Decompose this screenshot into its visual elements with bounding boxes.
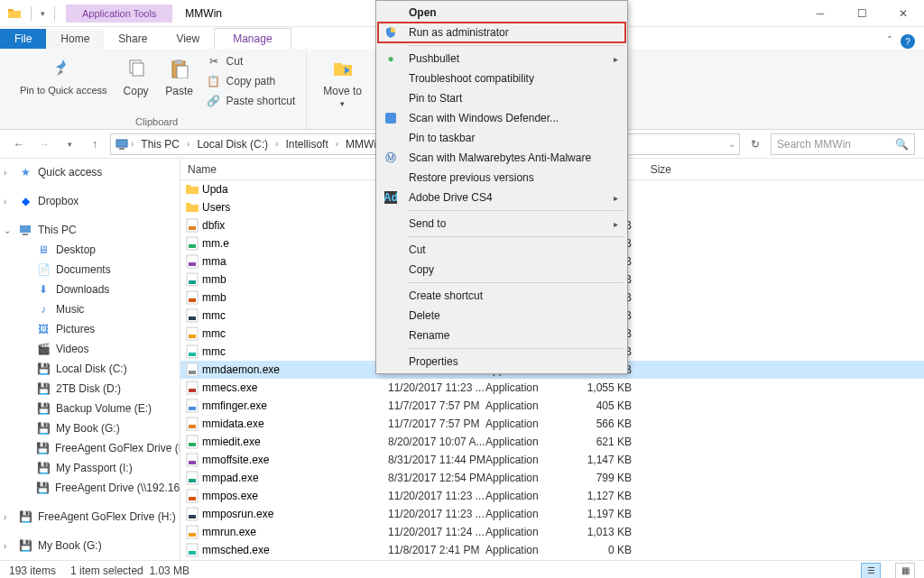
nav-2tb-d[interactable]: 💾2TB Disk (D:)	[0, 379, 180, 399]
file-row[interactable]: mmtool.exe11/20/2017 11:23 ...Applicatio…	[180, 559, 924, 560]
nav-freeagent-h[interactable]: 💾FreeAgent GoFlex Drive (H:)	[0, 438, 180, 458]
file-icon	[184, 344, 200, 359]
cm-troubleshoot[interactable]: Troubleshoot compatibility	[378, 69, 625, 88]
crumb-this-pc[interactable]: This PC	[135, 136, 185, 152]
nav-mybook-g2[interactable]: ›💾My Book (G:)	[0, 536, 180, 555]
cm-copy[interactable]: Copy	[378, 260, 625, 280]
nav-music[interactable]: ♪Music	[0, 299, 180, 319]
drive-icon: 💾	[36, 381, 51, 396]
col-name[interactable]: Name	[184, 163, 388, 176]
file-name: mmb	[200, 273, 388, 286]
details-view-button[interactable]: ☰	[861, 563, 881, 579]
nav-pictures[interactable]: 🖼Pictures	[0, 319, 180, 339]
nav-this-pc[interactable]: ⌄This PC	[0, 220, 180, 240]
nav-passport-i[interactable]: 💾My Passport (I:)	[0, 458, 180, 478]
file-row[interactable]: mmsched.exe11/8/2017 2:41 PMApplication0…	[180, 541, 924, 559]
home-tab[interactable]: Home	[46, 29, 104, 49]
file-row[interactable]: mmidata.exe11/7/2017 7:57 PMApplication5…	[180, 415, 924, 433]
nav-freeagent-z[interactable]: 💾FreeAgent Drive (\\192.168.1.1) (Z:)	[0, 478, 180, 498]
crumb-local-disk[interactable]: Local Disk (C:)	[191, 136, 273, 152]
application-tools-tab[interactable]: Application Tools	[66, 5, 172, 23]
pictures-icon: 🖼	[36, 322, 51, 336]
search-input[interactable]: Search MMWin 🔍	[771, 133, 915, 155]
svg-rect-17	[189, 262, 196, 266]
nav-freeagent-h2[interactable]: ›💾FreeAgent GoFlex Drive (H:)	[0, 507, 180, 527]
cm-defender[interactable]: Scan with Windows Defender...	[378, 108, 625, 128]
nav-quick-access[interactable]: ›★Quick access	[0, 162, 180, 182]
file-row[interactable]: mmecs.exe11/20/2017 11:23 ...Application…	[180, 379, 924, 397]
cm-restore[interactable]: Restore previous versions	[378, 168, 625, 188]
file-tab[interactable]: File	[0, 29, 46, 49]
paste-shortcut-button[interactable]: 🔗Paste shortcut	[203, 92, 300, 110]
manage-tab[interactable]: Manage	[214, 28, 291, 49]
adobe-icon: Ad	[382, 190, 400, 205]
paste-button[interactable]: Paste	[160, 52, 199, 99]
file-row[interactable]: mmoffsite.exe8/31/2017 11:44 PMApplicati…	[180, 451, 924, 469]
svg-rect-13	[189, 226, 196, 230]
file-name: mmc	[200, 327, 388, 340]
nav-documents[interactable]: 📄Documents	[0, 260, 180, 280]
ribbon-collapse-icon[interactable]: ˆ	[888, 35, 892, 48]
file-name: mmdaemon.exe	[200, 363, 388, 376]
selection-info: 1 item selected 1.03 MB	[70, 564, 189, 577]
cm-run-as-admin[interactable]: Run as administrator	[378, 23, 625, 42]
cm-adobe[interactable]: AdAdobe Drive CS4▸	[378, 188, 625, 207]
pushbullet-icon: ●	[382, 51, 400, 66]
file-row[interactable]: mmpos.exe11/20/2017 11:23 ...Application…	[180, 487, 924, 505]
file-icon	[184, 471, 200, 485]
breadcrumb-dropdown-icon[interactable]: ⌄	[728, 139, 735, 149]
nav-mybook-g[interactable]: 💾My Book (G:)	[0, 418, 180, 438]
cm-properties[interactable]: Properties	[378, 352, 625, 372]
cm-rename[interactable]: Rename	[378, 326, 625, 345]
cm-pin-taskbar[interactable]: Pin to taskbar	[378, 128, 625, 148]
cm-pin-start[interactable]: Pin to Start	[378, 88, 625, 108]
paste-icon	[165, 54, 194, 83]
col-size[interactable]: Size	[624, 163, 680, 176]
copy-button[interactable]: Copy	[116, 52, 156, 99]
nav-dropbox[interactable]: ›◆Dropbox	[0, 191, 180, 211]
cm-cut[interactable]: Cut	[378, 240, 625, 260]
nav-videos[interactable]: 🎬Videos	[0, 339, 180, 359]
file-row[interactable]: mmposrun.exe11/20/2017 11:23 ...Applicat…	[180, 505, 924, 523]
cm-malwarebytes[interactable]: ⓂScan with Malwarebytes Anti-Malware	[378, 148, 625, 168]
file-name: Users	[200, 201, 388, 214]
file-row[interactable]: mmrun.exe11/20/2017 11:24 ...Application…	[180, 523, 924, 541]
close-button[interactable]: ✕	[882, 0, 924, 27]
pin-quick-access-button[interactable]: Pin to Quick access	[14, 52, 113, 97]
file-size: 405 KB	[585, 399, 641, 412]
move-to-button[interactable]: Move to▾	[318, 52, 367, 110]
refresh-button[interactable]: ↻	[745, 138, 765, 151]
navigation-pane[interactable]: ›★Quick access ›◆Dropbox ⌄This PC 🖥Deskt…	[0, 159, 180, 560]
icons-view-button[interactable]: ▦	[895, 563, 915, 579]
forward-button[interactable]: →	[34, 134, 54, 154]
nav-local-c[interactable]: 💾Local Disk (C:)	[0, 359, 180, 379]
cm-open[interactable]: Open	[378, 3, 625, 23]
qat-dropdown-icon[interactable]: ▾	[41, 9, 45, 18]
cut-button[interactable]: ✂Cut	[203, 52, 300, 70]
nav-downloads[interactable]: ⬇Downloads	[0, 280, 180, 299]
nav-desktop[interactable]: 🖥Desktop	[0, 240, 180, 260]
copy-path-button[interactable]: 📋Copy path	[203, 72, 300, 90]
nav-backup-e[interactable]: 💾Backup Volume (E:)	[0, 399, 180, 418]
file-name: mmfinger.exe	[200, 399, 388, 412]
svg-rect-8	[116, 140, 127, 147]
maximize-button[interactable]: ☐	[841, 0, 882, 27]
crumb-intellisoft[interactable]: Intellisoft	[280, 136, 333, 152]
help-icon[interactable]: ?	[901, 34, 915, 49]
back-button[interactable]: ←	[9, 134, 29, 154]
cm-send-to[interactable]: Send to▸	[378, 214, 625, 234]
cm-shortcut[interactable]: Create shortcut	[378, 286, 625, 306]
dropbox-icon: ◆	[18, 194, 32, 208]
file-row[interactable]: mmpad.exe8/31/2017 12:54 PMApplication79…	[180, 469, 924, 487]
minimize-button[interactable]: ─	[799, 0, 841, 27]
file-name: mmb	[200, 291, 388, 304]
file-row[interactable]: mmiedit.exe8/20/2017 10:07 A...Applicati…	[180, 433, 924, 451]
up-button[interactable]: ↑	[85, 134, 105, 154]
view-tab[interactable]: View	[162, 29, 214, 49]
file-row[interactable]: mmfinger.exe11/7/2017 7:57 PMApplication…	[180, 397, 924, 415]
cm-pushbullet[interactable]: ●Pushbullet▸	[378, 49, 625, 69]
cm-delete[interactable]: Delete	[378, 306, 625, 326]
file-date: 11/7/2017 7:57 PM	[388, 417, 485, 430]
share-tab[interactable]: Share	[104, 29, 162, 49]
history-dropdown[interactable]: ▾	[60, 134, 79, 154]
